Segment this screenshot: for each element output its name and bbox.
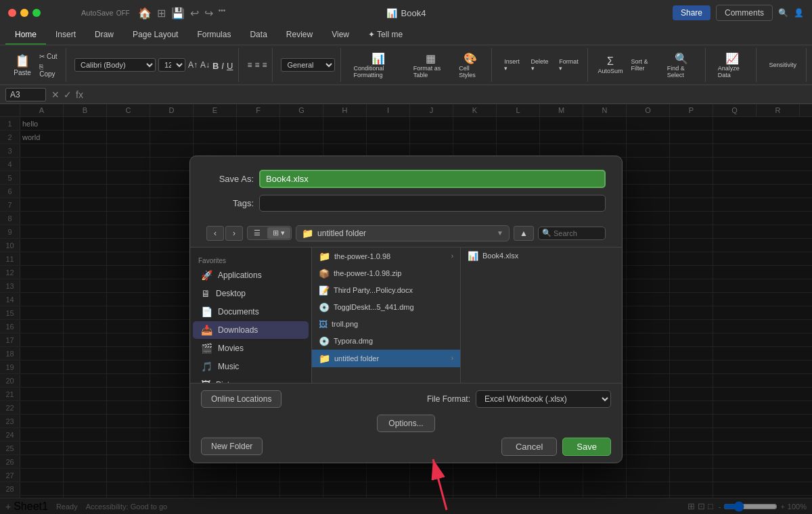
format-table-icon: ▦ (426, 52, 436, 65)
cut-button[interactable]: ✂ Cut (37, 52, 60, 61)
paste-button[interactable]: 📋 Paste (11, 52, 34, 78)
sidebar-item-music[interactable]: 🎵 Music (193, 358, 309, 375)
zip-file-icon: 📦 (319, 268, 330, 279)
list-view-button[interactable]: ☰ (248, 227, 266, 239)
cell-reference-input[interactable] (5, 88, 46, 101)
tab-home[interactable]: Home (5, 26, 46, 45)
tab-draw[interactable]: Draw (85, 26, 123, 45)
list-item[interactable]: 📝 Third Party...Policy.docx (312, 282, 460, 299)
sidebar-item-desktop[interactable]: 🖥 Desktop (193, 285, 309, 302)
applications-icon: 🚀 (201, 270, 212, 281)
new-folder-button[interactable]: New Folder (201, 438, 263, 455)
formula-insert-icon[interactable]: fx (76, 89, 83, 100)
autosave-state[interactable]: OFF (116, 9, 130, 17)
tab-review[interactable]: Review (277, 26, 322, 45)
undo-icon[interactable]: ↩ (190, 7, 199, 20)
more-icon[interactable]: ••• (219, 7, 226, 20)
home-icon[interactable]: 🏠 (138, 7, 152, 20)
tab-data[interactable]: Data (240, 26, 276, 45)
tab-insert[interactable]: Insert (46, 26, 85, 45)
online-locations-button[interactable]: Online Locations (201, 390, 281, 408)
bold-button[interactable]: B (212, 61, 219, 71)
clipboard-group: 📋 Paste ✂ Cut ⎘ Copy (5, 48, 66, 82)
number-group: General (275, 48, 341, 82)
list-item-untitled-folder[interactable]: 📁 untitled folder › (312, 350, 460, 367)
sensitivity-button[interactable]: Sensitivity (765, 60, 800, 70)
formula-input[interactable] (89, 90, 807, 99)
collapse-button[interactable]: ▲ (514, 226, 534, 241)
tab-page-layout[interactable]: Page Layout (123, 26, 187, 45)
decrease-font-icon[interactable]: A↓ (200, 60, 210, 70)
file-name: TogglDeskt...5_441.dmg (334, 303, 414, 311)
grid-view-button[interactable]: ⊞ ▾ (267, 227, 290, 239)
list-item[interactable]: 💿 Typora.dmg (312, 333, 460, 350)
tags-input[interactable] (259, 195, 606, 212)
share-button[interactable]: Share (673, 5, 710, 20)
list-item[interactable]: 📦 the-power-1.0.98.zip (312, 265, 460, 282)
forward-button[interactable]: › (225, 226, 243, 241)
cancel-button[interactable]: Cancel (501, 438, 557, 456)
font-size-select[interactable]: 12 (158, 58, 185, 72)
tab-tell-me[interactable]: ✦ Tell me (359, 26, 412, 45)
align-center-icon[interactable]: ≡ (254, 60, 259, 70)
align-right-icon[interactable]: ≡ (262, 60, 267, 70)
cell-styles-button[interactable]: 🎨 Cell Styles (455, 51, 486, 80)
main-area: A B C D E F G H I J K L M N O P Q R S T (0, 104, 812, 514)
analyze-data-button[interactable]: 📈 Analyze Data (714, 51, 751, 80)
formula-cancel-icon[interactable]: ✕ (51, 89, 60, 100)
list-item[interactable]: 🖼 troll.png (312, 316, 460, 333)
filename-input[interactable] (259, 170, 606, 188)
location-selector[interactable]: 📁 untitled folder ▼ (296, 225, 510, 241)
format-as-table-button[interactable]: ▦ Format as Table (409, 51, 452, 80)
save-dialog: Save As: Tags: ‹ › ☰ (189, 156, 623, 463)
tab-view[interactable]: View (322, 26, 359, 45)
minimize-window-button[interactable] (20, 9, 28, 17)
sidebar-item-documents[interactable]: 📄 Documents (193, 303, 309, 321)
sort-filter-button[interactable]: Sort & Filter (627, 57, 660, 73)
maximize-window-button[interactable] (32, 9, 41, 17)
file-pane-left: 📁 the-power-1.0.98 › 📦 the-power-1.0.98.… (312, 248, 461, 383)
delete-button[interactable]: Delete ▾ (527, 57, 553, 73)
sidebar-item-movies[interactable]: 🎬 Movies (193, 340, 309, 357)
grid-icon[interactable]: ⊞ (157, 7, 166, 20)
file-name: Typora.dmg (334, 337, 373, 345)
redo-icon[interactable]: ↪ (204, 7, 213, 20)
sidebar-item-applications[interactable]: 🚀 Applications (193, 266, 309, 284)
profile-icon[interactable]: 👤 (794, 8, 804, 18)
close-window-button[interactable] (8, 9, 16, 17)
autosum-button[interactable]: Σ AutoSum (596, 54, 624, 76)
increase-font-icon[interactable]: A↑ (188, 60, 198, 70)
align-left-icon[interactable]: ≡ (247, 60, 252, 70)
list-item[interactable]: 📁 the-power-1.0.98 › (312, 248, 460, 265)
tags-row: Tags: (206, 195, 606, 212)
comments-button[interactable]: Comments (716, 5, 773, 21)
sidebar-item-pictures[interactable]: 🖼 Pictures (193, 376, 309, 383)
font-family-select[interactable]: Calibri (Body) (74, 58, 156, 72)
copy-button[interactable]: ⎘ Copy (37, 62, 60, 78)
back-button[interactable]: ‹ (206, 226, 224, 241)
insert-button[interactable]: Insert ▾ (500, 57, 524, 73)
file-name: untitled folder (334, 354, 379, 363)
search-icon[interactable]: 🔍 (778, 8, 788, 18)
delete-label: Delete ▾ (531, 58, 549, 72)
save-as-row: Save As: (206, 170, 606, 188)
sidebar-item-downloads[interactable]: 📥 Downloads (193, 321, 309, 339)
file-format-select[interactable]: Excel Workbook (.xlsx) (476, 390, 611, 408)
find-select-button[interactable]: 🔍 Find & Select (663, 51, 700, 80)
italic-button[interactable]: I (221, 61, 224, 71)
save-icon[interactable]: 💾 (171, 7, 185, 20)
cell-styles-icon: 🎨 (464, 52, 477, 65)
file-icon: 📊 (386, 8, 397, 18)
tab-formulas[interactable]: Formulas (187, 26, 240, 45)
format-button[interactable]: Format ▾ (556, 57, 583, 73)
save-button[interactable]: Save (562, 438, 611, 456)
list-item[interactable]: 📊 Book4.xlsx (461, 248, 622, 264)
conditional-formatting-button[interactable]: 📊 Conditional Formatting (349, 51, 406, 80)
number-format-select[interactable]: General (281, 58, 335, 72)
options-button[interactable]: Options... (377, 415, 434, 432)
doc-file-icon: 📝 (319, 285, 330, 296)
formula-confirm-icon[interactable]: ✓ (64, 89, 72, 100)
file-format-label: File Format: (427, 394, 470, 404)
list-item[interactable]: 💿 TogglDeskt...5_441.dmg (312, 299, 460, 316)
underline-button[interactable]: U (227, 61, 233, 71)
